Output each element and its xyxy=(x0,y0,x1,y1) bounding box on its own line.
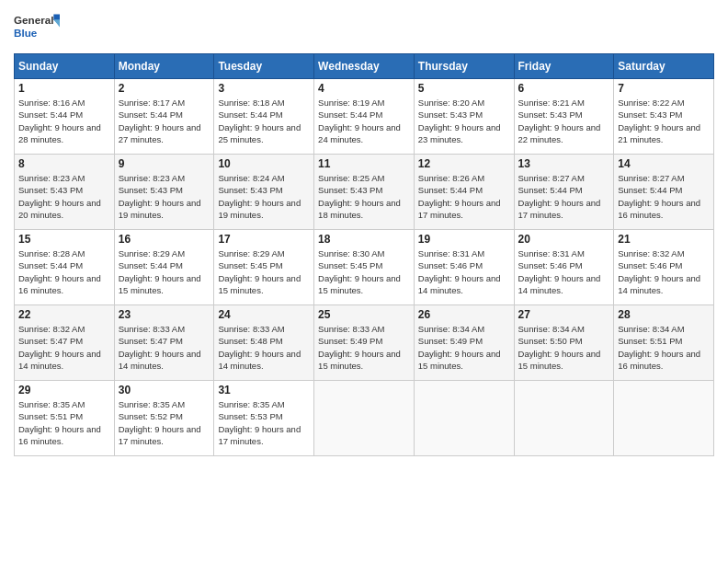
day-number: 5 xyxy=(418,82,510,95)
calendar-cell: 28 Sunrise: 8:34 AM Sunset: 5:51 PM Dayl… xyxy=(614,305,714,381)
day-info: Sunrise: 8:20 AM Sunset: 5:43 PM Dayligh… xyxy=(418,97,510,145)
calendar-cell: 7 Sunrise: 8:22 AM Sunset: 5:43 PM Dayli… xyxy=(614,79,714,155)
calendar-cell: 23 Sunrise: 8:33 AM Sunset: 5:47 PM Dayl… xyxy=(114,305,214,381)
calendar-cell: 22 Sunrise: 8:32 AM Sunset: 5:47 PM Dayl… xyxy=(15,305,115,381)
day-number: 4 xyxy=(318,82,410,95)
day-info: Sunrise: 8:24 AM Sunset: 5:43 PM Dayligh… xyxy=(218,172,310,221)
day-info: Sunrise: 8:33 AM Sunset: 5:47 PM Dayligh… xyxy=(119,323,210,372)
day-number: 14 xyxy=(618,157,710,170)
calendar-cell xyxy=(614,381,714,456)
day-number: 6 xyxy=(518,82,610,95)
day-info: Sunrise: 8:35 AM Sunset: 5:51 PM Dayligh… xyxy=(18,398,110,447)
calendar-table: SundayMondayTuesdayWednesdayThursdayFrid… xyxy=(14,53,714,456)
day-number: 29 xyxy=(18,384,110,396)
day-info: Sunrise: 8:28 AM Sunset: 5:44 PM Dayligh… xyxy=(18,247,110,296)
header-saturday: Saturday xyxy=(614,54,714,79)
day-info: Sunrise: 8:17 AM Sunset: 5:44 PM Dayligh… xyxy=(119,97,210,145)
day-info: Sunrise: 8:26 AM Sunset: 5:44 PM Dayligh… xyxy=(418,172,510,221)
day-info: Sunrise: 8:35 AM Sunset: 5:53 PM Dayligh… xyxy=(218,398,310,447)
calendar-cell: 31 Sunrise: 8:35 AM Sunset: 5:53 PM Dayl… xyxy=(214,381,314,456)
day-number: 19 xyxy=(418,233,510,246)
logo-icon: General Blue xyxy=(14,9,60,46)
day-number: 9 xyxy=(119,157,210,170)
calendar-cell: 24 Sunrise: 8:33 AM Sunset: 5:48 PM Dayl… xyxy=(214,305,314,381)
day-number: 27 xyxy=(518,308,610,321)
day-info: Sunrise: 8:23 AM Sunset: 5:43 PM Dayligh… xyxy=(18,172,110,221)
day-info: Sunrise: 8:27 AM Sunset: 5:44 PM Dayligh… xyxy=(518,172,610,221)
day-info: Sunrise: 8:33 AM Sunset: 5:48 PM Dayligh… xyxy=(218,323,310,372)
day-info: Sunrise: 8:18 AM Sunset: 5:44 PM Dayligh… xyxy=(218,97,310,145)
day-info: Sunrise: 8:33 AM Sunset: 5:49 PM Dayligh… xyxy=(318,323,410,372)
calendar-cell: 16 Sunrise: 8:29 AM Sunset: 5:44 PM Dayl… xyxy=(114,230,214,305)
day-number: 26 xyxy=(418,308,510,321)
day-number: 30 xyxy=(119,384,210,396)
week-row-2: 8 Sunrise: 8:23 AM Sunset: 5:43 PM Dayli… xyxy=(15,155,714,230)
calendar-cell: 17 Sunrise: 8:29 AM Sunset: 5:45 PM Dayl… xyxy=(214,230,314,305)
day-info: Sunrise: 8:34 AM Sunset: 5:51 PM Dayligh… xyxy=(618,323,710,372)
day-number: 10 xyxy=(218,157,310,170)
header-sunday: Sunday xyxy=(15,54,115,79)
svg-marker-3 xyxy=(53,19,60,27)
calendar-cell: 21 Sunrise: 8:32 AM Sunset: 5:46 PM Dayl… xyxy=(614,230,714,305)
week-row-5: 29 Sunrise: 8:35 AM Sunset: 5:51 PM Dayl… xyxy=(15,381,714,456)
calendar-cell xyxy=(514,381,614,456)
week-row-4: 22 Sunrise: 8:32 AM Sunset: 5:47 PM Dayl… xyxy=(15,305,714,381)
calendar-cell: 19 Sunrise: 8:31 AM Sunset: 5:46 PM Dayl… xyxy=(414,230,514,305)
day-info: Sunrise: 8:35 AM Sunset: 5:52 PM Dayligh… xyxy=(119,398,210,447)
calendar-cell: 18 Sunrise: 8:30 AM Sunset: 5:45 PM Dayl… xyxy=(314,230,415,305)
header-monday: Monday xyxy=(114,54,214,79)
day-info: Sunrise: 8:23 AM Sunset: 5:43 PM Dayligh… xyxy=(119,172,210,221)
calendar-cell: 30 Sunrise: 8:35 AM Sunset: 5:52 PM Dayl… xyxy=(114,381,214,456)
day-info: Sunrise: 8:16 AM Sunset: 5:44 PM Dayligh… xyxy=(18,97,110,145)
day-info: Sunrise: 8:31 AM Sunset: 5:46 PM Dayligh… xyxy=(518,247,610,296)
day-info: Sunrise: 8:22 AM Sunset: 5:43 PM Dayligh… xyxy=(618,97,710,145)
calendar-cell: 9 Sunrise: 8:23 AM Sunset: 5:43 PM Dayli… xyxy=(114,155,214,230)
day-info: Sunrise: 8:34 AM Sunset: 5:50 PM Dayligh… xyxy=(518,323,610,372)
day-number: 7 xyxy=(618,82,710,95)
calendar-cell: 14 Sunrise: 8:27 AM Sunset: 5:44 PM Dayl… xyxy=(614,155,714,230)
day-info: Sunrise: 8:29 AM Sunset: 5:45 PM Dayligh… xyxy=(218,247,310,296)
header: General Blue xyxy=(14,9,714,46)
day-number: 25 xyxy=(318,308,410,321)
calendar-cell xyxy=(314,381,415,456)
day-number: 18 xyxy=(318,233,410,246)
svg-text:Blue: Blue xyxy=(14,27,38,39)
day-number: 16 xyxy=(119,233,210,246)
calendar-cell: 1 Sunrise: 8:16 AM Sunset: 5:44 PM Dayli… xyxy=(15,79,115,155)
calendar-cell: 27 Sunrise: 8:34 AM Sunset: 5:50 PM Dayl… xyxy=(514,305,614,381)
day-number: 13 xyxy=(518,157,610,170)
day-number: 15 xyxy=(18,233,110,246)
week-row-3: 15 Sunrise: 8:28 AM Sunset: 5:44 PM Dayl… xyxy=(15,230,714,305)
day-info: Sunrise: 8:32 AM Sunset: 5:46 PM Dayligh… xyxy=(618,247,710,296)
calendar-cell: 29 Sunrise: 8:35 AM Sunset: 5:51 PM Dayl… xyxy=(15,381,115,456)
day-number: 22 xyxy=(18,308,110,321)
calendar-cell: 25 Sunrise: 8:33 AM Sunset: 5:49 PM Dayl… xyxy=(314,305,415,381)
week-row-1: 1 Sunrise: 8:16 AM Sunset: 5:44 PM Dayli… xyxy=(15,79,714,155)
day-number: 17 xyxy=(218,233,310,246)
calendar-header-row: SundayMondayTuesdayWednesdayThursdayFrid… xyxy=(15,54,714,79)
day-info: Sunrise: 8:21 AM Sunset: 5:43 PM Dayligh… xyxy=(518,97,610,145)
day-info: Sunrise: 8:34 AM Sunset: 5:49 PM Dayligh… xyxy=(418,323,510,372)
day-number: 28 xyxy=(618,308,710,321)
calendar-cell: 15 Sunrise: 8:28 AM Sunset: 5:44 PM Dayl… xyxy=(15,230,115,305)
calendar-cell: 13 Sunrise: 8:27 AM Sunset: 5:44 PM Dayl… xyxy=(514,155,614,230)
header-friday: Friday xyxy=(514,54,614,79)
calendar-cell: 20 Sunrise: 8:31 AM Sunset: 5:46 PM Dayl… xyxy=(514,230,614,305)
day-number: 8 xyxy=(18,157,110,170)
day-info: Sunrise: 8:29 AM Sunset: 5:44 PM Dayligh… xyxy=(119,247,210,296)
calendar-cell: 6 Sunrise: 8:21 AM Sunset: 5:43 PM Dayli… xyxy=(514,79,614,155)
day-number: 2 xyxy=(119,82,210,95)
day-info: Sunrise: 8:25 AM Sunset: 5:43 PM Dayligh… xyxy=(318,172,410,221)
day-number: 31 xyxy=(218,384,310,396)
day-info: Sunrise: 8:19 AM Sunset: 5:44 PM Dayligh… xyxy=(318,97,410,145)
day-number: 24 xyxy=(218,308,310,321)
day-info: Sunrise: 8:32 AM Sunset: 5:47 PM Dayligh… xyxy=(18,323,110,372)
day-info: Sunrise: 8:27 AM Sunset: 5:44 PM Dayligh… xyxy=(618,172,710,221)
day-number: 23 xyxy=(119,308,210,321)
calendar-cell: 2 Sunrise: 8:17 AM Sunset: 5:44 PM Dayli… xyxy=(114,79,214,155)
day-number: 1 xyxy=(18,82,110,95)
calendar-cell: 11 Sunrise: 8:25 AM Sunset: 5:43 PM Dayl… xyxy=(314,155,415,230)
header-thursday: Thursday xyxy=(414,54,514,79)
day-info: Sunrise: 8:30 AM Sunset: 5:45 PM Dayligh… xyxy=(318,247,410,296)
day-info: Sunrise: 8:31 AM Sunset: 5:46 PM Dayligh… xyxy=(418,247,510,296)
